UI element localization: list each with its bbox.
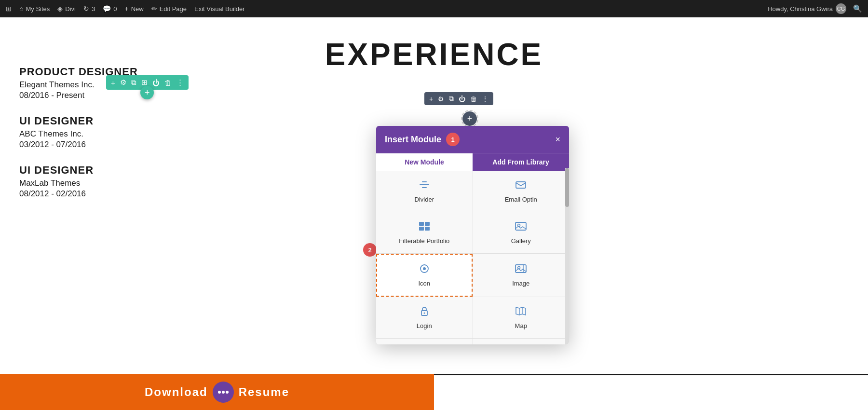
badge-1: 1	[446, 133, 460, 146]
my-sites-menu[interactable]: ⌂ My Sites	[19, 5, 50, 13]
job-title-2: UI DESIGNER	[19, 115, 381, 127]
svg-rect-12	[515, 265, 526, 273]
panel-scrollbar-thumb	[565, 168, 569, 207]
pencil-icon: ✏	[151, 5, 157, 13]
new-menu[interactable]: + New	[124, 5, 143, 13]
module-menu[interactable]: Menu	[376, 339, 473, 344]
comments-icon: 💬	[103, 5, 111, 13]
svg-rect-7	[425, 227, 430, 231]
home-icon: ⌂	[19, 5, 23, 13]
divi-label: Divi	[65, 5, 76, 13]
gallery-icon	[515, 221, 527, 234]
svg-point-26	[226, 391, 229, 394]
module-login[interactable]: Login	[376, 297, 473, 338]
download-text: Download	[145, 385, 208, 399]
filterable-portfolio-label: Filterable Portfolio	[399, 237, 449, 245]
panel-header: Insert Module 1 ×	[376, 126, 569, 153]
job-company-3: MaxLab Themes	[19, 178, 381, 188]
updates-icon: ↻	[83, 5, 89, 13]
panel-scrollbar[interactable]	[565, 168, 569, 344]
svg-point-11	[423, 267, 426, 270]
module-email-optin[interactable]: Email Optin	[473, 171, 570, 212]
svg-rect-1	[422, 181, 427, 182]
module-divider[interactable]: Divider	[376, 171, 473, 212]
edit-page-link[interactable]: ✏ Edit Page	[151, 5, 187, 13]
svg-rect-3	[516, 182, 526, 188]
tab-new-module[interactable]: New Module	[376, 153, 473, 171]
exit-builder-label: Exit Visual Builder	[194, 5, 245, 13]
job-company-2: ABC Themes Inc.	[19, 129, 381, 139]
avatar: CG	[836, 3, 846, 14]
svg-rect-5	[425, 222, 430, 226]
col-toggle-icon[interactable]: ⏻	[459, 95, 465, 103]
job-list: PRODUCT DESIGNER Elegant Themes Inc. 08/…	[19, 66, 381, 213]
col-duplicate-icon[interactable]: ⧉	[449, 95, 454, 103]
tab-add-from-library[interactable]: Add From Library	[473, 153, 569, 171]
search-icon[interactable]: 🔍	[853, 4, 862, 13]
insert-plus-button[interactable]: +	[462, 111, 477, 126]
map-label: Map	[515, 322, 527, 329]
col-more-icon[interactable]: ⋮	[482, 95, 488, 103]
filterable-portfolio-icon	[418, 221, 431, 234]
icon-label: Icon	[418, 280, 430, 287]
col-add-icon[interactable]: +	[429, 95, 433, 103]
panel-title-row: Insert Module 1	[385, 133, 460, 146]
map-icon	[515, 306, 527, 319]
icon-module-icon	[418, 263, 431, 277]
job-title-1: PRODUCT DESIGNER	[19, 66, 381, 78]
job-entry-2: UI DESIGNER ABC Themes Inc. 03/2012 - 07…	[19, 115, 381, 150]
image-label: Image	[512, 280, 529, 287]
svg-point-24	[218, 391, 221, 394]
divi-menu[interactable]: ◈ Divi	[57, 5, 76, 13]
comments-menu[interactable]: 💬 0	[103, 5, 117, 13]
user-info: Howdy, Christina Gwira CG 🔍	[768, 3, 862, 14]
module-grid: Divider Email Optin Filterable Portfolio	[376, 171, 569, 344]
download-right-section	[434, 374, 868, 410]
module-map[interactable]: Map	[473, 297, 570, 338]
svg-rect-0	[420, 184, 429, 185]
panel-tabs: New Module Add From Library	[376, 153, 569, 171]
module-image[interactable]: Image	[473, 254, 570, 297]
job-title-3: UI DESIGNER	[19, 164, 381, 177]
comments-count: 0	[113, 5, 117, 13]
admin-bar: ⊞ ⌂ My Sites ◈ Divi ↻ 3 💬 0 + New ✏ Edit…	[0, 0, 868, 17]
col-toolbar: + ⚙ ⧉ ⏻ 🗑 ⋮	[424, 92, 493, 105]
wp-icon: ⊞	[6, 5, 12, 13]
svg-rect-2	[422, 187, 427, 188]
job-date-3: 08/2012 - 02/2016	[19, 189, 381, 199]
svg-rect-6	[419, 227, 424, 231]
email-optin-icon	[515, 179, 527, 193]
insert-module-panel: Insert Module 1 × New Module Add From Li…	[376, 126, 569, 344]
svg-rect-8	[515, 222, 526, 230]
gallery-label: Gallery	[511, 237, 531, 245]
col-settings-icon[interactable]: ⚙	[438, 95, 444, 103]
module-number-counter[interactable]: # Number Counter	[473, 339, 570, 344]
add-icon: +	[124, 5, 128, 13]
module-icon[interactable]: Icon	[376, 254, 473, 297]
badge-2: 2	[363, 243, 377, 257]
svg-rect-4	[419, 222, 424, 226]
svg-marker-17	[516, 307, 526, 315]
resume-text: Resume	[239, 385, 289, 399]
job-entry-3: UI DESIGNER MaxLab Themes 08/2012 - 02/2…	[19, 164, 381, 199]
email-optin-label: Email Optin	[505, 196, 537, 203]
job-entry-1: PRODUCT DESIGNER Elegant Themes Inc. 08/…	[19, 66, 381, 100]
col-delete-icon[interactable]: 🗑	[470, 95, 477, 103]
image-icon	[515, 263, 527, 277]
panel-close-button[interactable]: ×	[555, 135, 560, 144]
module-gallery[interactable]: Gallery	[473, 212, 570, 253]
job-company-1: Elegant Themes Inc.	[19, 80, 381, 90]
module-filterable-portfolio[interactable]: Filterable Portfolio	[376, 212, 473, 253]
updates-menu[interactable]: ↻ 3	[83, 5, 95, 13]
divider-label: Divider	[415, 196, 434, 203]
job-date-2: 03/2012 - 07/2016	[19, 140, 381, 150]
download-button[interactable]: Download Resume	[0, 374, 434, 410]
download-dots[interactable]	[213, 382, 234, 403]
divi-icon: ◈	[57, 5, 63, 13]
panel-title: Insert Module	[385, 135, 441, 145]
howdy-text: Howdy, Christina Gwira	[768, 5, 833, 13]
exit-builder-link[interactable]: Exit Visual Builder	[194, 5, 245, 13]
wp-logo[interactable]: ⊞	[6, 5, 12, 13]
divider-icon	[418, 179, 431, 193]
download-bar: Download Resume	[0, 374, 868, 410]
